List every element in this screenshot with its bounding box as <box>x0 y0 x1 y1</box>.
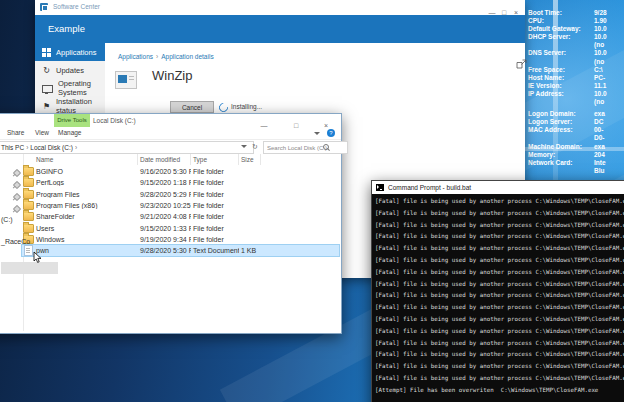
file-type: File folder <box>191 179 239 186</box>
file-modified: 9/23/2020 10:25 AM <box>138 202 191 209</box>
breadcrumb-item[interactable]: Application details <box>161 53 213 60</box>
file-modified: 9/28/2020 5:29 PM <box>138 191 191 198</box>
file-type: File folder <box>191 225 239 232</box>
bginfo-row: Free Space:C:\ <box>528 66 624 74</box>
column-header-size[interactable]: Size <box>239 154 261 165</box>
bginfo-label: DNS Server: <box>528 49 594 57</box>
file-name: Users <box>34 225 138 232</box>
file-modified: 9/15/2020 1:18 PM <box>138 179 191 186</box>
refresh-icon: ↻ <box>42 66 51 75</box>
file-name: BGINFO <box>34 168 138 175</box>
file-type: File folder <box>191 202 239 209</box>
bginfo-label: Logon Server: <box>528 118 594 126</box>
sidebar-item-label: Operating Systems <box>58 79 105 97</box>
file-row[interactable]: PerfLogs9/15/2020 1:18 PMFile folder <box>22 177 339 188</box>
nav-item-fragment[interactable]: _RaceCo <box>1 238 30 245</box>
tab-share[interactable]: Share <box>7 127 24 139</box>
sidebar-item-operating-systems[interactable]: Operating Systems <box>35 79 105 97</box>
tab-manage[interactable]: Manage <box>58 127 82 139</box>
bginfo-panel: Boot Time:9/28CPU:1.90Default Gateway:10… <box>528 9 624 187</box>
column-header-name[interactable]: Name <box>34 154 138 165</box>
bginfo-value: 10.0 <box>594 25 607 32</box>
tab-view[interactable]: View <box>35 127 49 139</box>
help-icon[interactable]: ? <box>327 129 335 137</box>
cmd-output-line: [Fatal] file is being used by another pr… <box>375 279 624 291</box>
folder-icon <box>23 178 34 187</box>
cmd-output-line: [Fatal] file is being used by another pr… <box>375 267 624 279</box>
bginfo-value: 10.0 <box>594 90 607 97</box>
bginfo-row: Blu <box>528 167 624 175</box>
column-header-type[interactable]: Type <box>191 154 239 165</box>
drive-tools-tab[interactable]: Drive Tools <box>54 114 90 127</box>
search-input[interactable] <box>263 141 348 154</box>
share-icon[interactable] <box>516 55 527 73</box>
cmd-output-line: [Fatal] file is being used by another pr… <box>375 373 624 385</box>
app-title: WinZip <box>152 68 192 83</box>
bginfo-row: IE Version:11.1 <box>528 82 624 90</box>
bginfo-row: DHCP Server:10.0 <box>528 33 624 41</box>
bginfo-label: IE Version: <box>528 82 594 90</box>
bginfo-label: Default Gateway: <box>528 25 594 33</box>
grid-icon <box>42 48 51 57</box>
file-name: PerfLogs <box>34 179 138 186</box>
file-row[interactable]: pwn9/28/2020 5:30 PMText Document1 KB <box>22 245 339 256</box>
nav-highlight <box>1 262 58 274</box>
bginfo-value: C:\ <box>594 66 603 73</box>
command-prompt-titlebar[interactable]: Command Prompt - build.bat <box>372 181 624 194</box>
ribbon-collapse-icon[interactable] <box>314 132 320 135</box>
file-row[interactable]: Program Files (x86)9/23/2020 10:25 AMFil… <box>22 200 339 211</box>
command-prompt-output[interactable]: [Fatal] file is being used by another pr… <box>372 194 624 402</box>
column-header-date-modified[interactable]: Date modified <box>138 154 191 165</box>
file-name: Program Files <box>34 191 138 198</box>
address-breadcrumb[interactable]: This PC›Local Disk (C:)› <box>0 141 254 154</box>
explorer-titlebar[interactable]: Drive Tools Local Disk (C:) —□× <box>0 114 341 127</box>
file-modified: 9/19/2020 9:34 PM <box>138 236 191 243</box>
pin-icon <box>13 181 21 189</box>
pin-icon <box>13 193 21 201</box>
pin-icon <box>13 169 21 177</box>
address-crumb[interactable]: This PC <box>1 144 24 151</box>
bginfo-value: (no <box>594 41 604 48</box>
cmd-output-line: [Fatal] file is being used by another pr… <box>375 231 624 243</box>
bginfo-label: Boot Time: <box>528 9 594 17</box>
sidebar-item-updates[interactable]: ↻Updates <box>35 61 105 79</box>
bginfo-value: PC- <box>594 74 605 81</box>
folder-icon <box>23 190 34 199</box>
file-row[interactable]: Program Files9/28/2020 5:29 PMFile folde… <box>22 189 339 200</box>
file-name: Windows <box>34 236 138 243</box>
nav-item-fragment[interactable]: (C:) <box>1 216 13 223</box>
bginfo-row: (no <box>528 58 624 66</box>
file-type: File folder <box>191 191 239 198</box>
folder-icon <box>23 167 34 176</box>
bginfo-label: Logon Domain: <box>528 110 594 118</box>
bginfo-row: Memory:204 <box>528 151 624 159</box>
file-row[interactable]: BGINFO9/16/2020 5:30 PMFile folder <box>22 166 339 177</box>
bginfo-value: DC <box>594 118 603 125</box>
refresh-icon[interactable]: ↻ <box>252 140 258 153</box>
sidebar-item-applications[interactable]: Applications <box>35 43 105 61</box>
flag-icon: ⚑ <box>42 102 51 111</box>
cmd-output-line: [Fatal] file is being used by another pr… <box>375 255 624 267</box>
installing-spinner-icon <box>217 101 230 114</box>
cancel-button[interactable]: Cancel <box>170 101 214 113</box>
file-row[interactable]: ShareFolder9/21/2020 4:08 PMFile folder <box>22 211 339 222</box>
address-crumb[interactable]: Local Disk (C:) <box>30 144 73 151</box>
file-type: File folder <box>191 213 239 220</box>
software-center-titlebar[interactable]: Software Center —□× <box>35 0 525 15</box>
cmd-output-line: [Fatal] file is being used by another pr… <box>375 361 624 373</box>
address-dropdown-icon[interactable] <box>241 145 247 148</box>
command-prompt-window: Command Prompt - build.bat [Fatal] file … <box>371 180 624 402</box>
bginfo-value: 11.1 <box>594 82 606 89</box>
bginfo-value: 00- <box>594 126 603 133</box>
bginfo-label: Free Space: <box>528 66 594 74</box>
bginfo-label: Machine Domain: <box>528 143 594 151</box>
bginfo-row: MAC Address:00- <box>528 126 624 134</box>
bginfo-row: Network Card:Inte <box>528 159 624 167</box>
breadcrumb-item[interactable]: Applications <box>118 53 153 60</box>
cmd-output-line: [Fatal] file is being used by another pr… <box>375 302 624 314</box>
file-row[interactable]: Windows9/19/2020 9:34 PMFile folder <box>22 234 339 245</box>
installing-status: Installing... <box>231 103 262 110</box>
bginfo-label: CPU: <box>528 17 594 25</box>
file-row[interactable]: Users9/15/2020 1:33 PMFile folder <box>22 222 339 233</box>
bginfo-value: Inte <box>594 159 606 166</box>
